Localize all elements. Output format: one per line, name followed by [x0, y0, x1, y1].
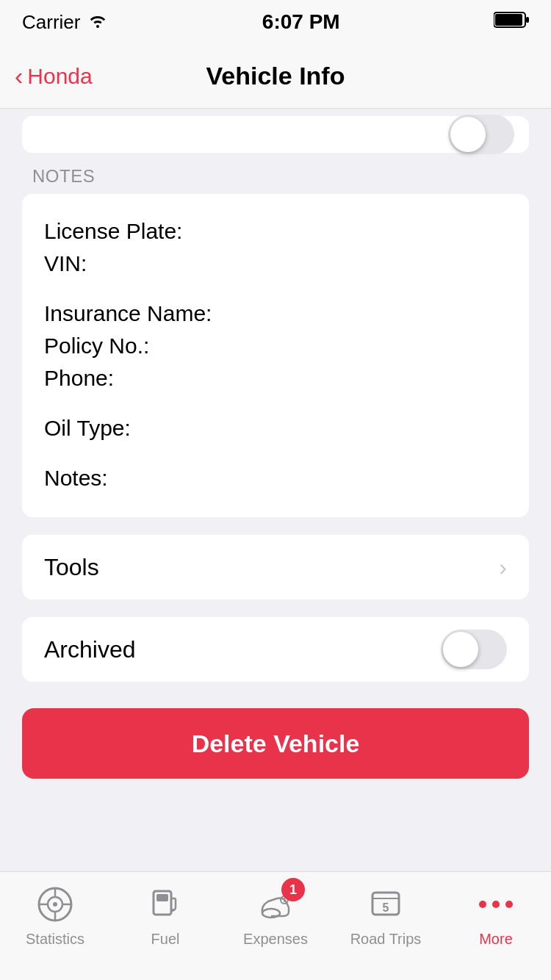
svg-rect-1: [495, 14, 522, 26]
tools-label: Tools: [44, 554, 99, 581]
tab-fuel-label: Fuel: [151, 931, 180, 948]
tab-more[interactable]: More: [441, 882, 551, 948]
insurance-name-line: Insurance Name:: [44, 298, 507, 329]
top-toggle[interactable]: [448, 115, 514, 154]
svg-rect-11: [156, 894, 168, 901]
carrier-label: Carrier: [22, 11, 108, 34]
page-title: Vehicle Info: [206, 62, 345, 90]
tab-statistics-label: Statistics: [26, 931, 84, 948]
tab-fuel[interactable]: Fuel: [110, 882, 220, 948]
fuel-icon-wrap: [143, 882, 187, 926]
content: NOTES License Plate: VIN: Insurance Name…: [0, 116, 551, 793]
back-label: Honda: [27, 64, 92, 89]
svg-rect-2: [526, 17, 529, 23]
status-bar: Carrier 6:07 PM: [0, 0, 551, 44]
status-time: 6:07 PM: [262, 10, 340, 34]
tab-expenses-label: Expenses: [243, 931, 308, 948]
delete-vehicle-button[interactable]: Delete Vehicle: [22, 708, 529, 779]
nav-bar: ‹ Honda Vehicle Info: [0, 44, 551, 109]
tools-row[interactable]: Tools ›: [22, 535, 529, 599]
archived-toggle[interactable]: [441, 630, 507, 669]
policy-no-line: Policy No.:: [44, 331, 507, 361]
svg-point-9: [53, 902, 57, 907]
more-dots-icon: [479, 885, 513, 923]
fuel-icon: [146, 885, 184, 923]
more-icon-wrap: [474, 882, 518, 926]
archived-label: Archived: [44, 636, 136, 663]
statistics-icon: [36, 885, 74, 923]
tab-road-trips-label: Road Trips: [350, 931, 422, 948]
tools-chevron-icon: ›: [499, 554, 507, 581]
notes-card: License Plate: VIN: Insurance Name: Poli…: [22, 194, 529, 517]
road-trips-icon: 5: [367, 885, 405, 923]
back-button[interactable]: ‹ Honda: [15, 64, 93, 89]
tab-more-label: More: [479, 931, 513, 948]
oil-type-line: Oil Type:: [44, 413, 507, 444]
wifi-icon: [87, 12, 108, 32]
tab-road-trips[interactable]: 5 Road Trips: [331, 882, 441, 948]
svg-point-13: [171, 909, 174, 912]
expenses-badge: 1: [281, 878, 305, 901]
back-chevron-icon: ‹: [15, 63, 23, 88]
battery-icon: [494, 11, 529, 33]
tab-expenses[interactable]: 1 Expenses: [220, 882, 331, 948]
tab-bar: Statistics Fuel 1 Expenses: [0, 871, 551, 980]
phone-line: Phone:: [44, 363, 507, 394]
notes-section-label: NOTES: [0, 153, 551, 194]
statistics-icon-wrap: [33, 882, 77, 926]
tab-statistics[interactable]: Statistics: [0, 882, 110, 948]
vin-line: VIN:: [44, 248, 507, 279]
top-partial-card: [22, 116, 529, 153]
svg-text:5: 5: [383, 901, 389, 914]
expenses-icon-wrap: 1: [253, 882, 298, 926]
archived-row: Archived: [22, 617, 529, 682]
road-trips-icon-wrap: 5: [364, 882, 408, 926]
notes-line: Notes:: [44, 463, 507, 494]
license-plate-line: License Plate:: [44, 216, 507, 247]
